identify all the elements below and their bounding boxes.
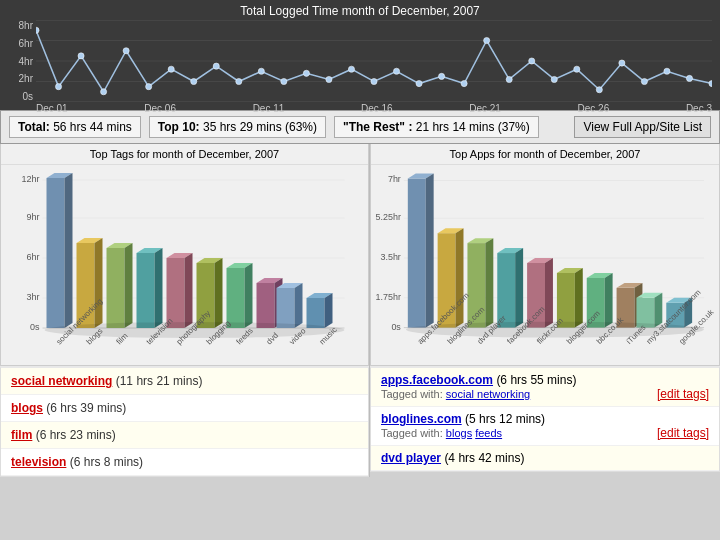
app-tag-blogs[interactable]: blogs (446, 427, 472, 439)
svg-point-25 (484, 37, 490, 43)
app-time-dvd-player: (4 hrs 42 mins) (444, 451, 524, 465)
app-tagged-label-1: Tagged with: social networking (381, 388, 530, 400)
svg-text:5.25hr: 5.25hr (376, 212, 401, 222)
svg-point-13 (213, 63, 219, 69)
left-chart-title: Top Tags for month of December, 2007 (1, 144, 368, 165)
tag-link-social-networking[interactable]: social networking (11, 374, 112, 388)
top10-stat: Top 10: 35 hrs 29 mins (63%) (149, 116, 326, 138)
left-bar-chart-section: Top Tags for month of December, 2007 12h… (0, 144, 369, 366)
x-label-dec16: Dec 16 (361, 103, 393, 114)
tag-time-social-networking: (11 hrs 21 mins) (116, 374, 203, 388)
tag-link-television[interactable]: television (11, 455, 66, 469)
svg-point-11 (168, 66, 174, 72)
svg-rect-67 (257, 283, 275, 328)
right-chart-title: Top Apps for month of December, 2007 (371, 144, 719, 165)
app-item-apps-facebook: apps.facebook.com (6 hrs 55 mins) Tagged… (371, 368, 719, 407)
svg-point-27 (529, 58, 535, 64)
svg-text:3.5hr: 3.5hr (380, 252, 400, 262)
svg-text:6hr: 6hr (26, 252, 39, 262)
x-label-dec3: Dec 3 (686, 103, 712, 114)
svg-point-8 (101, 89, 107, 95)
left-bar-chart-svg: 12hr 9hr 6hr 3hr 0s (6, 170, 363, 355)
app-list: apps.facebook.com (6 hrs 55 mins) Tagged… (370, 366, 720, 472)
svg-point-5 (36, 27, 39, 33)
x-label-dec21: Dec 21 (469, 103, 501, 114)
svg-marker-99 (426, 174, 434, 328)
svg-marker-105 (485, 238, 493, 327)
right-bar-chart-section: Top Apps for month of December, 2007 7hr… (370, 144, 720, 366)
svg-marker-114 (575, 268, 583, 328)
rest-value: 21 hrs 14 mins (37%) (416, 120, 530, 134)
tag-item-social-networking: social networking (11 hrs 21 mins) (1, 368, 368, 395)
svg-point-16 (281, 78, 287, 84)
svg-point-15 (258, 68, 264, 74)
app-time-apps-facebook: (6 hrs 55 mins) (496, 373, 576, 387)
svg-text:3hr: 3hr (26, 292, 39, 302)
svg-text:9hr: 9hr (26, 212, 39, 222)
app-link-dvd-player[interactable]: dvd player (381, 451, 441, 465)
svg-text:1.75hr: 1.75hr (376, 292, 401, 302)
svg-point-18 (326, 76, 332, 82)
tag-time-television: (6 hrs 8 mins) (70, 455, 143, 469)
svg-marker-51 (95, 238, 103, 328)
svg-point-14 (236, 78, 242, 84)
y-label-0s: 0s (8, 91, 33, 102)
total-stat: Total: 56 hrs 44 mins (9, 116, 141, 138)
svg-point-33 (664, 68, 670, 74)
svg-point-34 (686, 75, 692, 81)
svg-point-30 (596, 87, 602, 93)
y-label-4hr: 4hr (8, 56, 33, 67)
app-item-bloglines: bloglines.com (5 hrs 12 mins) Tagged wit… (371, 407, 719, 446)
total-value: 56 hrs 44 mins (53, 120, 132, 134)
svg-rect-55 (137, 253, 155, 328)
svg-point-23 (439, 73, 445, 79)
svg-text:0s: 0s (391, 322, 401, 332)
svg-point-10 (146, 84, 152, 90)
app-tag-feeds[interactable]: feeds (475, 427, 502, 439)
svg-rect-64 (227, 268, 245, 328)
svg-point-19 (348, 66, 354, 72)
tag-link-film[interactable]: film (11, 428, 32, 442)
tag-link-blogs[interactable]: blogs (11, 401, 43, 415)
tag-item-film: film (6 hrs 23 mins) (1, 422, 368, 449)
svg-point-22 (416, 80, 422, 86)
svg-point-17 (303, 70, 309, 76)
app-link-apps-facebook[interactable]: apps.facebook.com (381, 373, 493, 387)
rest-stat: "The Rest" : 21 hrs 14 mins (37%) (334, 116, 539, 138)
svg-point-20 (371, 78, 377, 84)
svg-point-7 (78, 53, 84, 59)
edit-tags-2[interactable]: [edit tags] (657, 426, 709, 440)
svg-marker-60 (185, 253, 193, 328)
svg-rect-70 (277, 288, 295, 328)
svg-marker-111 (545, 258, 553, 328)
app-link-bloglines[interactable]: bloglines.com (381, 412, 462, 426)
x-label-dec06: Dec 06 (144, 103, 176, 114)
svg-point-6 (55, 84, 61, 90)
tag-item-blogs: blogs (6 hrs 39 mins) (1, 395, 368, 422)
svg-text:0s: 0s (30, 322, 40, 332)
tag-list: social networking (11 hrs 21 mins) blogs… (0, 366, 369, 477)
left-column: Top Tags for month of December, 2007 12h… (0, 144, 370, 477)
rest-label: "The Rest" : (343, 120, 412, 134)
svg-marker-66 (245, 263, 253, 328)
y-label-2hr: 2hr (8, 73, 33, 84)
right-chart-area: 7hr 5.25hr 3.5hr 1.75hr 0s (371, 165, 719, 365)
svg-rect-58 (167, 258, 185, 328)
svg-marker-102 (456, 228, 464, 327)
y-label-6hr: 6hr (8, 38, 33, 49)
y-label-8hr: 8hr (8, 20, 33, 31)
right-column: Top Apps for month of December, 2007 7hr… (370, 144, 720, 477)
right-bar-chart-svg: 7hr 5.25hr 3.5hr 1.75hr 0s (376, 170, 714, 355)
svg-rect-97 (408, 178, 426, 327)
svg-marker-57 (155, 248, 163, 328)
view-full-button[interactable]: View Full App/Site List (574, 116, 711, 138)
app-tag-social-networking[interactable]: social networking (446, 388, 530, 400)
total-label: Total: (18, 120, 50, 134)
svg-point-29 (574, 66, 580, 72)
edit-tags-1[interactable]: [edit tags] (657, 387, 709, 401)
svg-rect-52 (107, 248, 125, 328)
svg-text:7hr: 7hr (388, 174, 401, 184)
x-label-dec01: Dec 01 (36, 103, 68, 114)
tag-time-film: (6 hrs 23 mins) (36, 428, 116, 442)
svg-text:12hr: 12hr (21, 174, 39, 184)
